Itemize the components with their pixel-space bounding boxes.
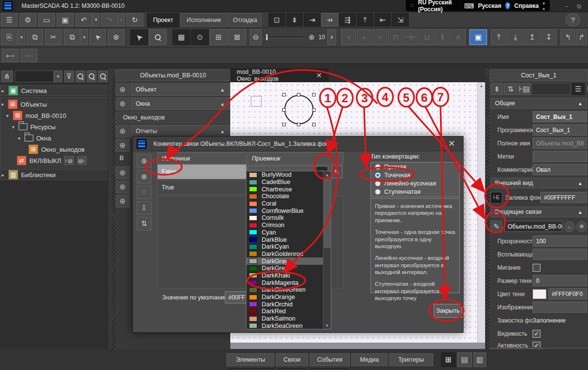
locale-label[interactable]: RU Русский (Россия)	[418, 0, 460, 13]
dialog-close-icon[interactable]: ✕	[444, 139, 459, 149]
add-icon[interactable]: ⊕	[116, 195, 129, 208]
distribute-v-button[interactable]: ⫛	[451, 29, 466, 45]
expander-icon[interactable]: ▾	[5, 113, 10, 118]
blink-checkbox[interactable]	[533, 264, 540, 272]
section-incoming-links[interactable]: Входящие связи▲	[490, 207, 587, 217]
tree-item-resources[interactable]: ▾ Ресурсы	[11, 121, 55, 132]
cursor-tool-button[interactable]: ➤	[130, 29, 148, 45]
align-top-button[interactable]: ⊓	[388, 29, 403, 45]
selection-handle[interactable]	[312, 123, 316, 126]
keyboard-layout-label[interactable]: Русская	[478, 2, 501, 9]
canvas-hscrollbar[interactable]	[230, 343, 485, 349]
scroll-up-icon[interactable]: ▲	[478, 82, 485, 89]
row-move-up-button[interactable]: ⇧	[137, 185, 151, 199]
zoom-in-icon[interactable]: ⊕	[306, 29, 318, 45]
bottom-tab-links[interactable]: Связи	[276, 353, 308, 366]
rotate-button[interactable]: ↰	[561, 29, 575, 45]
list-view-button[interactable]: ☰	[572, 83, 585, 95]
color-option[interactable]: DarkGoldenrod	[246, 251, 323, 258]
expand-all-button[interactable]: ⇟	[490, 83, 503, 95]
color-option[interactable]: Cyan	[246, 229, 323, 236]
undo-button[interactable]: ↶	[75, 13, 92, 26]
upload-button[interactable]: ⤒	[357, 13, 373, 26]
tree-flow-button[interactable]: ⇟	[286, 13, 303, 26]
cut-button[interactable]: ✂	[45, 29, 62, 45]
align-middle-button[interactable]: ⊣⊢	[404, 29, 418, 45]
link-out-button[interactable]: ▫⇽	[21, 49, 37, 62]
frame-select-button[interactable]: ⊡	[269, 13, 285, 26]
tags-field[interactable]	[533, 151, 587, 162]
expander-icon[interactable]: ▾	[11, 124, 16, 130]
flag-icon[interactable]: ⚑	[586, 83, 588, 95]
collapse-icon[interactable]: ▲	[578, 209, 583, 215]
help-circle-button[interactable]: ?	[565, 13, 580, 26]
tree-item-libraries[interactable]: ▸ ▥ Библиотеки	[0, 169, 111, 180]
grid-step-slider[interactable]	[265, 37, 304, 38]
align-right-button[interactable]: ⫟	[372, 29, 387, 45]
table-view-button[interactable]: ▤	[457, 352, 472, 367]
grid-view-button[interactable]: ⊞	[441, 352, 456, 367]
project-settings-button[interactable]: ☰	[1, 13, 18, 26]
redo-button[interactable]: ↷	[101, 13, 118, 26]
scroll-thumb[interactable]	[324, 179, 330, 248]
expander-icon[interactable]: ▾	[17, 136, 22, 141]
color-option[interactable]: DarkSalmon	[246, 315, 323, 323]
link-fill-icon[interactable]: ⊦Е	[490, 192, 502, 204]
color-option[interactable]: Coral	[246, 200, 323, 208]
color-option[interactable]: DarkOrchid	[246, 301, 323, 308]
add-icon[interactable]: ⊕	[116, 139, 129, 152]
tab-runtime[interactable]: Исполнение	[180, 13, 227, 27]
window-list-item[interactable]: Окно_выходов	[116, 112, 230, 123]
scroll-up-icon[interactable]: ▲	[323, 171, 331, 178]
collapse-icon[interactable]: ▲	[220, 129, 225, 134]
remove-link-icon[interactable]: ⊗	[576, 221, 587, 232]
color-option[interactable]: DarkCyan	[246, 243, 323, 251]
expander-icon[interactable]: ▸	[0, 172, 5, 178]
programmatic-field[interactable]: Сост_Вых_1	[533, 124, 587, 136]
align-center-button[interactable]: ⧾	[357, 29, 371, 45]
minimize-icon[interactable]: –	[565, 3, 568, 10]
radio-step[interactable]: Ступенчатая	[371, 187, 459, 196]
settings-gear-button[interactable]: ⚙	[20, 13, 36, 26]
row-move-down-button[interactable]: ⇩	[137, 201, 151, 215]
tab-close-icon[interactable]: ✕	[316, 71, 322, 79]
shadow-color-swatch[interactable]	[533, 289, 546, 299]
color-option[interactable]: Crimson	[246, 222, 323, 229]
radio-point[interactable]: Точечная	[371, 171, 459, 179]
tree-mode-icon[interactable]: ⋔	[1, 70, 13, 82]
grid-size-button[interactable]: ⊠	[228, 29, 246, 45]
panel-divider[interactable]	[486, 69, 490, 370]
help-label[interactable]: Справка	[514, 2, 539, 9]
delete-page-button[interactable]: ⊗	[108, 29, 124, 45]
distribute-h-button[interactable]: ⫴	[435, 29, 450, 45]
grip-icon[interactable]: ∷	[411, 3, 414, 8]
expander-icon[interactable]: ▸	[0, 88, 5, 93]
output-ports-icon[interactable]: ▤⊦	[77, 156, 87, 165]
links-view-button[interactable]: ⊦▤	[518, 83, 531, 95]
add-icon[interactable]: ⊕	[116, 181, 129, 193]
tree-item-mod-bb-0010[interactable]: ▾ ⊞ mod_BB-0010	[5, 110, 66, 121]
section-appearance[interactable]: Внешний вид▲	[490, 178, 587, 188]
color-option[interactable]: CadetBlue	[246, 179, 323, 186]
copy-button[interactable]: ⧉	[26, 29, 43, 45]
collapse-icon[interactable]: ▲	[220, 87, 225, 92]
restore-icon[interactable]: ⧉	[577, 3, 581, 10]
bottom-tab-events[interactable]: События	[310, 353, 350, 366]
collapse-icon[interactable]: ▲	[220, 101, 225, 107]
search-down-icon[interactable]	[98, 70, 108, 82]
canvas-ellipse-shape[interactable]	[284, 95, 314, 124]
tab-debug[interactable]: Отладка	[228, 13, 262, 27]
color-list-scrollbar[interactable]: ▲ ▼	[323, 171, 331, 329]
arrow-left-box-button[interactable]: ⇤	[374, 13, 391, 26]
tree-item-output-window[interactable]: ⊞ Окно_выходов	[28, 144, 85, 155]
langbar-options-icon[interactable]: ▾▴	[542, 1, 545, 11]
tree-item-objects[interactable]: ▾ ⊞ Объекты	[0, 99, 47, 110]
selection-handle[interactable]	[297, 123, 300, 126]
edit-link-pencil-icon[interactable]: ✎	[490, 221, 502, 232]
tree-export-button[interactable]: ⇥	[304, 13, 320, 26]
zoom-dropdown-icon[interactable]: ⇟	[327, 29, 336, 45]
add-icon[interactable]: ⊕	[116, 83, 129, 96]
radio-direct[interactable]: Прямая	[371, 162, 459, 171]
tree-item-windows[interactable]: ▾ Окна	[17, 133, 51, 143]
color-option[interactable]: DarkSeaGreen	[246, 322, 323, 329]
